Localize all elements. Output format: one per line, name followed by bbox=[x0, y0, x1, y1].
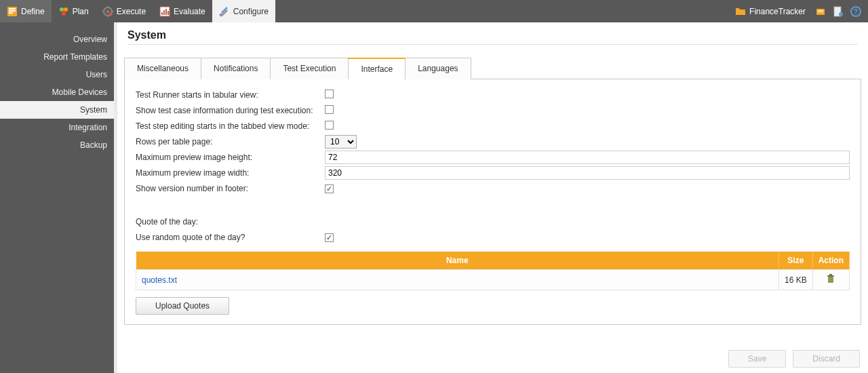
svg-rect-22 bbox=[818, 12, 823, 12]
topnav-spacer bbox=[275, 0, 731, 22]
svg-point-24 bbox=[839, 12, 843, 16]
sidebar-item-system[interactable]: System bbox=[0, 101, 114, 119]
tab-panel-interface: Test Runner starts in tabular view: Show… bbox=[124, 79, 861, 325]
checkbox-random-quote[interactable] bbox=[325, 233, 334, 242]
svg-point-4 bbox=[60, 7, 64, 12]
svg-point-6 bbox=[62, 12, 66, 16]
nav-plan[interactable]: Plan bbox=[52, 0, 96, 22]
tab-bar: Miscellaneous Notifications Test Executi… bbox=[124, 57, 861, 79]
file-size: 16 KB bbox=[778, 270, 812, 290]
label-random-quote: Use random quote of the day? bbox=[136, 233, 325, 242]
nav-define[interactable]: Define bbox=[0, 0, 52, 22]
plan-icon bbox=[58, 6, 69, 17]
checkbox-show-testcase-info[interactable] bbox=[325, 105, 334, 114]
help-icon[interactable]: ? bbox=[849, 5, 863, 18]
row-tabular-view: Test Runner starts in tabular view: bbox=[136, 87, 850, 102]
sidebar-item-overview[interactable]: Overview bbox=[0, 31, 114, 48]
nav-label: Execute bbox=[117, 7, 146, 16]
sidebar-item-mobile-devices[interactable]: Mobile Devices bbox=[0, 83, 114, 101]
label-tabbed-view: Test step editing starts in the tabbed v… bbox=[136, 121, 325, 131]
evaluate-icon bbox=[159, 6, 170, 17]
spacer bbox=[136, 197, 850, 214]
quotes-table: Name Size Action quotes.txt 16 KB bbox=[136, 252, 850, 290]
label-rows-per-page: Rows per table page: bbox=[136, 137, 325, 146]
main-layout: Overview Report Templates Users Mobile D… bbox=[0, 22, 868, 373]
sidebar-item-users[interactable]: Users bbox=[0, 66, 114, 83]
label-quote-of-day: Quote of the day: bbox=[136, 217, 325, 227]
svg-rect-17 bbox=[165, 9, 167, 15]
svg-point-8 bbox=[106, 10, 109, 13]
footer-buttons: Save Discard bbox=[117, 345, 868, 373]
configure-icon bbox=[219, 6, 230, 17]
table-row: quotes.txt 16 KB bbox=[136, 270, 850, 290]
input-max-width[interactable] bbox=[325, 166, 850, 180]
nav-label: Plan bbox=[73, 7, 89, 16]
select-rows-per-page[interactable]: 10 bbox=[325, 135, 357, 149]
svg-rect-15 bbox=[161, 12, 163, 15]
svg-rect-11 bbox=[102, 11, 104, 12]
nav-execute[interactable]: Execute bbox=[96, 0, 153, 22]
label-tabular-view: Test Runner starts in tabular view: bbox=[136, 90, 325, 100]
input-max-height[interactable] bbox=[325, 151, 850, 164]
row-quote-of-day: Quote of the day: bbox=[136, 214, 850, 229]
trash-icon[interactable] bbox=[826, 274, 835, 283]
upload-row: Upload Quotes bbox=[136, 297, 850, 315]
recent-icon[interactable] bbox=[814, 5, 827, 18]
svg-rect-1 bbox=[9, 8, 16, 9]
th-action: Action bbox=[812, 252, 849, 270]
project-selector[interactable]: FinanceTracker bbox=[731, 6, 810, 17]
sidebar-item-report-templates[interactable]: Report Templates bbox=[0, 48, 114, 66]
main-content: System Miscellaneous Notifications Test … bbox=[117, 22, 868, 373]
th-name: Name bbox=[136, 252, 779, 270]
row-show-testcase-info: Show test case information during test e… bbox=[136, 103, 850, 118]
checkbox-tabular-view[interactable] bbox=[325, 90, 334, 98]
topnav-left: Define Plan Execute Evaluate Configure bbox=[0, 0, 275, 22]
svg-rect-18 bbox=[167, 11, 169, 15]
nav-label: Evaluate bbox=[174, 7, 205, 16]
svg-text:?: ? bbox=[854, 8, 858, 16]
checkbox-tabbed-view[interactable] bbox=[325, 121, 334, 130]
th-size: Size bbox=[778, 252, 812, 270]
svg-rect-27 bbox=[828, 277, 833, 283]
label-show-testcase-info: Show test case information during test e… bbox=[136, 106, 325, 115]
save-button[interactable]: Save bbox=[728, 350, 786, 368]
row-show-version: Show version number in footer: bbox=[136, 181, 850, 196]
upload-quotes-button[interactable]: Upload Quotes bbox=[136, 297, 229, 315]
checkbox-show-version[interactable] bbox=[325, 184, 334, 193]
tab-notifications[interactable]: Notifications bbox=[201, 58, 271, 79]
header-divider bbox=[127, 44, 858, 45]
execute-icon bbox=[102, 6, 113, 17]
tab-test-execution[interactable]: Test Execution bbox=[270, 58, 349, 79]
row-max-height: Maximum preview image height: bbox=[136, 150, 850, 165]
nav-evaluate[interactable]: Evaluate bbox=[153, 0, 212, 22]
svg-rect-2 bbox=[9, 10, 16, 12]
svg-rect-21 bbox=[818, 10, 823, 11]
tab-interface[interactable]: Interface bbox=[348, 58, 406, 79]
nav-label: Define bbox=[21, 7, 45, 16]
row-random-quote: Use random quote of the day? bbox=[136, 230, 850, 245]
folder-icon bbox=[735, 6, 746, 17]
project-label: FinanceTracker bbox=[749, 7, 806, 16]
label-max-width: Maximum preview image width: bbox=[136, 168, 325, 178]
svg-point-13 bbox=[108, 12, 112, 16]
top-navbar: Define Plan Execute Evaluate Configure bbox=[0, 0, 868, 22]
row-rows-per-page: Rows per table page: 10 bbox=[136, 134, 850, 149]
page-header: System bbox=[117, 22, 868, 57]
label-max-height: Maximum preview image height: bbox=[136, 153, 325, 162]
notes-icon[interactable] bbox=[831, 5, 845, 18]
svg-rect-10 bbox=[107, 15, 108, 17]
discard-button[interactable]: Discard bbox=[793, 350, 860, 368]
file-link[interactable]: quotes.txt bbox=[142, 275, 177, 285]
svg-rect-3 bbox=[9, 12, 13, 14]
sidebar-item-integration[interactable]: Integration bbox=[0, 119, 114, 136]
row-max-width: Maximum preview image width: bbox=[136, 165, 850, 180]
sidebar: Overview Report Templates Users Mobile D… bbox=[0, 22, 114, 373]
tab-languages[interactable]: Languages bbox=[405, 58, 471, 79]
page-title: System bbox=[127, 29, 858, 41]
nav-configure[interactable]: Configure bbox=[212, 0, 275, 22]
svg-rect-9 bbox=[107, 6, 108, 8]
svg-rect-12 bbox=[111, 11, 113, 12]
label-show-version: Show version number in footer: bbox=[136, 184, 325, 193]
tab-miscellaneous[interactable]: Miscellaneous bbox=[124, 58, 201, 79]
sidebar-item-backup[interactable]: Backup bbox=[0, 136, 114, 154]
